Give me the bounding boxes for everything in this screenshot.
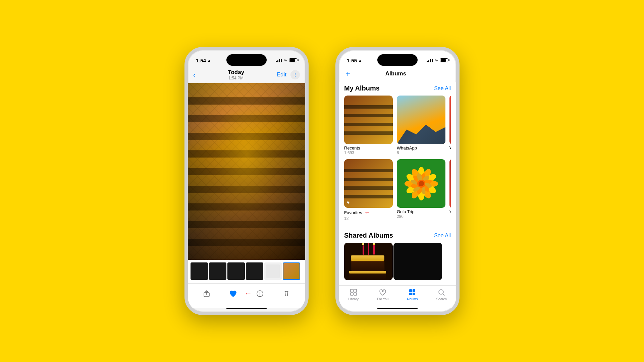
battery-icon-2 [440, 58, 448, 62]
status-icons-2: ∿ [427, 58, 448, 63]
search-icon [437, 288, 445, 296]
album-golu-thumb [397, 159, 445, 208]
albums-content: My Albums See All Recents 1,693 [339, 82, 456, 285]
tab-albums[interactable]: Albums [402, 288, 422, 301]
album-recents-thumb [344, 96, 393, 144]
info-button[interactable] [253, 286, 267, 301]
location-icon-1: ▲ [207, 58, 211, 62]
signal-bars-1 [276, 58, 282, 62]
dynamic-island-2 [377, 54, 418, 66]
favorites-name-row: Favorites ← [344, 209, 393, 216]
tab-search[interactable]: Search [431, 288, 451, 301]
svg-point-4 [260, 292, 260, 293]
albums-title: Albums [385, 70, 406, 77]
thumb-1[interactable] [191, 262, 208, 280]
album-favorites-thumb: ♥ [344, 159, 393, 208]
thumb-6[interactable] [283, 262, 300, 280]
thumb-2[interactable] [209, 262, 226, 280]
my-albums-see-all[interactable]: See All [434, 85, 451, 92]
main-photo[interactable] [188, 83, 305, 260]
favorites-heart-badge: ♥ [347, 200, 350, 205]
thumb-3[interactable] [227, 262, 245, 280]
shared-see-all[interactable]: See All [434, 233, 451, 239]
shared-albums-row [339, 243, 456, 280]
tab-bar: Library For You Albums Search [339, 285, 456, 308]
phone1-frame: 1:54 ▲ ∿ ‹ Today 1:54 PM Edit ⋮ [184, 47, 309, 315]
signal-bars-2 [427, 58, 433, 62]
svg-rect-40 [413, 293, 415, 295]
photo-nav: ‹ Today 1:54 PM Edit ⋮ [188, 68, 305, 83]
album-dark[interactable] [393, 243, 442, 280]
svg-point-41 [439, 290, 443, 294]
share-button[interactable] [199, 286, 214, 301]
my-albums-title: My Albums [344, 84, 380, 92]
home-indicator-2 [377, 308, 418, 309]
status-icons-1: ∿ [276, 58, 297, 63]
svg-rect-32 [351, 289, 353, 292]
svg-line-42 [443, 294, 445, 296]
marigold-svg [399, 162, 443, 205]
my-albums-header: My Albums See All [339, 82, 456, 96]
more-button[interactable]: ⋮ [290, 70, 300, 79]
svg-rect-34 [351, 293, 353, 295]
shared-albums-title: Shared Albums [344, 232, 393, 239]
svg-rect-39 [409, 293, 412, 295]
add-album-button[interactable]: + [345, 69, 350, 78]
shared-albums-header: Shared Albums See All [339, 229, 456, 243]
album-golu[interactable]: Golu Trip 286 [397, 159, 445, 221]
albums-row-2: ♥ Favorites ← 12 [339, 159, 456, 225]
time-2: 1:55 ▲ [347, 58, 362, 63]
home-indicator-1 [226, 308, 267, 309]
svg-rect-37 [409, 289, 412, 292]
thumb-4[interactable] [246, 262, 263, 280]
back-button[interactable]: ‹ [193, 71, 196, 79]
svg-rect-33 [354, 289, 357, 292]
albums-icon [408, 288, 416, 296]
thumb-5[interactable] [264, 262, 282, 280]
library-icon [350, 288, 358, 296]
favorites-red-arrow: ← [364, 209, 370, 216]
album-cake-thumb [344, 243, 393, 280]
albums-row-1: Recents 1,693 WhatsApp 8 W [339, 96, 456, 159]
album-whatsapp[interactable]: WhatsApp 8 [397, 96, 445, 155]
album-dark-thumb [393, 243, 442, 280]
wifi-icon-2: ∿ [435, 58, 438, 63]
phone2-frame: 1:55 ▲ ∿ + Albums My Albums See All [335, 47, 460, 315]
album-partial-2[interactable]: W [449, 159, 451, 221]
album-cake[interactable] [344, 243, 393, 280]
heart-button[interactable]: ← [226, 286, 240, 301]
svg-rect-38 [413, 289, 415, 292]
delete-button[interactable] [279, 286, 294, 301]
svg-point-36 [382, 290, 383, 292]
album-recents[interactable]: Recents 1,693 [344, 96, 393, 155]
edit-button[interactable]: Edit [277, 71, 286, 78]
album-partial-1[interactable]: W [449, 96, 451, 155]
nav-actions: Edit ⋮ [277, 70, 300, 79]
location-icon-2: ▲ [358, 58, 362, 62]
wifi-icon-1: ∿ [284, 58, 287, 63]
album-whatsapp-thumb [397, 96, 445, 144]
nav-title-today: Today 1:54 PM [228, 69, 244, 80]
foryou-icon [379, 288, 387, 296]
album-favorites[interactable]: ♥ Favorites ← 12 [344, 159, 393, 221]
albums-header: + Albums [339, 68, 456, 82]
tab-for-you[interactable]: For You [373, 288, 393, 301]
battery-icon-1 [289, 58, 297, 62]
time-1: 1:54 ▲ [196, 58, 211, 63]
photo-image [188, 83, 305, 260]
tab-library[interactable]: Library [343, 288, 364, 301]
photo-toolbar: ← [188, 283, 305, 308]
thumbnail-strip [188, 260, 305, 283]
svg-rect-35 [354, 293, 357, 295]
svg-point-31 [419, 181, 424, 186]
dynamic-island-1 [226, 54, 267, 66]
photo-glow [188, 83, 305, 260]
